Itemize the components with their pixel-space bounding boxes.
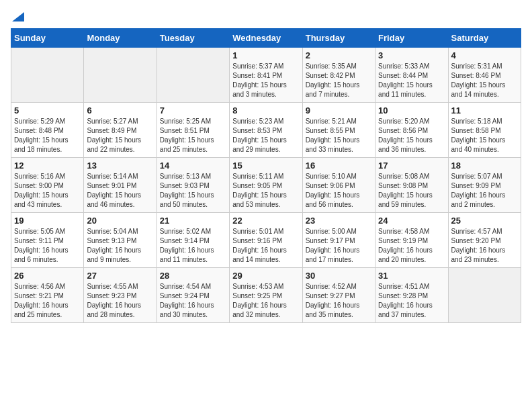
day-info: Sunrise: 5:10 AM Sunset: 9:06 PM Dayligh… xyxy=(306,172,372,210)
day-cell: 7Sunrise: 5:25 AM Sunset: 8:51 PM Daylig… xyxy=(157,103,229,158)
day-info: Sunrise: 5:02 AM Sunset: 9:14 PM Dayligh… xyxy=(160,227,226,265)
day-cell: 16Sunrise: 5:10 AM Sunset: 9:06 PM Dayli… xyxy=(302,158,375,213)
day-number: 5 xyxy=(14,105,81,116)
header-row: SundayMondayTuesdayWednesdayThursdayFrid… xyxy=(11,29,521,48)
day-cell: 1Sunrise: 5:37 AM Sunset: 8:41 PM Daylig… xyxy=(230,48,302,103)
day-cell: 27Sunrise: 4:55 AM Sunset: 9:23 PM Dayli… xyxy=(84,268,157,323)
day-number: 19 xyxy=(14,216,81,226)
day-info: Sunrise: 5:13 AM Sunset: 9:03 PM Dayligh… xyxy=(160,172,226,210)
day-cell: 25Sunrise: 4:57 AM Sunset: 9:20 PM Dayli… xyxy=(448,213,521,268)
day-info: Sunrise: 5:05 AM Sunset: 9:11 PM Dayligh… xyxy=(14,227,81,265)
day-cell: 6Sunrise: 5:27 AM Sunset: 8:49 PM Daylig… xyxy=(84,103,157,158)
day-number: 31 xyxy=(378,271,445,281)
day-cell: 31Sunrise: 4:51 AM Sunset: 9:28 PM Dayli… xyxy=(375,268,448,323)
day-info: Sunrise: 5:14 AM Sunset: 9:01 PM Dayligh… xyxy=(87,172,153,210)
day-info: Sunrise: 5:08 AM Sunset: 9:08 PM Dayligh… xyxy=(378,172,445,210)
day-number: 28 xyxy=(160,271,226,281)
day-number: 23 xyxy=(306,216,372,226)
day-cell: 18Sunrise: 5:07 AM Sunset: 9:09 PM Dayli… xyxy=(448,158,521,213)
day-number: 3 xyxy=(378,50,445,60)
day-info: Sunrise: 5:16 AM Sunset: 9:00 PM Dayligh… xyxy=(14,172,81,210)
day-number: 8 xyxy=(232,105,299,116)
day-cell: 10Sunrise: 5:20 AM Sunset: 8:56 PM Dayli… xyxy=(375,103,448,158)
day-number: 29 xyxy=(232,271,299,281)
day-info: Sunrise: 5:37 AM Sunset: 8:41 PM Dayligh… xyxy=(232,62,299,99)
day-info: Sunrise: 4:52 AM Sunset: 9:27 PM Dayligh… xyxy=(306,282,372,320)
day-info: Sunrise: 5:18 AM Sunset: 8:58 PM Dayligh… xyxy=(451,117,518,154)
day-info: Sunrise: 5:00 AM Sunset: 9:17 PM Dayligh… xyxy=(306,227,372,265)
day-number: 7 xyxy=(160,105,226,116)
day-number: 25 xyxy=(451,216,518,226)
day-number: 14 xyxy=(160,161,226,171)
day-number: 18 xyxy=(451,161,518,171)
day-info: Sunrise: 4:51 AM Sunset: 9:28 PM Dayligh… xyxy=(378,282,445,320)
day-number: 17 xyxy=(378,161,445,171)
day-info: Sunrise: 4:57 AM Sunset: 9:20 PM Dayligh… xyxy=(451,227,518,265)
day-cell: 3Sunrise: 5:33 AM Sunset: 8:44 PM Daylig… xyxy=(375,48,448,103)
day-cell: 12Sunrise: 5:16 AM Sunset: 9:00 PM Dayli… xyxy=(11,158,84,213)
day-cell: 14Sunrise: 5:13 AM Sunset: 9:03 PM Dayli… xyxy=(157,158,229,213)
day-cell xyxy=(11,48,84,103)
day-number: 13 xyxy=(87,161,153,171)
header-cell-friday: Friday xyxy=(375,29,448,48)
day-number: 1 xyxy=(232,50,299,60)
day-info: Sunrise: 5:11 AM Sunset: 9:05 PM Dayligh… xyxy=(232,172,299,210)
header-cell-monday: Monday xyxy=(84,29,157,48)
day-number: 2 xyxy=(306,50,372,60)
day-cell: 28Sunrise: 4:54 AM Sunset: 9:24 PM Dayli… xyxy=(157,268,229,323)
day-cell: 30Sunrise: 4:52 AM Sunset: 9:27 PM Dayli… xyxy=(302,268,375,323)
day-cell: 9Sunrise: 5:21 AM Sunset: 8:55 PM Daylig… xyxy=(302,103,375,158)
day-cell: 21Sunrise: 5:02 AM Sunset: 9:14 PM Dayli… xyxy=(157,213,229,268)
day-number: 30 xyxy=(306,271,372,281)
day-cell: 5Sunrise: 5:29 AM Sunset: 8:48 PM Daylig… xyxy=(11,103,84,158)
day-cell: 24Sunrise: 4:58 AM Sunset: 9:19 PM Dayli… xyxy=(375,213,448,268)
day-info: Sunrise: 5:25 AM Sunset: 8:51 PM Dayligh… xyxy=(160,117,226,154)
day-number: 21 xyxy=(160,216,226,226)
day-number: 16 xyxy=(306,161,372,171)
day-cell: 19Sunrise: 5:05 AM Sunset: 9:11 PM Dayli… xyxy=(11,213,84,268)
day-cell: 22Sunrise: 5:01 AM Sunset: 9:16 PM Dayli… xyxy=(230,213,302,268)
day-number: 27 xyxy=(87,271,153,281)
day-info: Sunrise: 5:31 AM Sunset: 8:46 PM Dayligh… xyxy=(451,62,518,99)
day-number: 11 xyxy=(451,105,518,116)
day-info: Sunrise: 5:21 AM Sunset: 8:55 PM Dayligh… xyxy=(306,117,372,154)
header-cell-saturday: Saturday xyxy=(448,29,521,48)
logo-icon xyxy=(11,11,26,23)
header-cell-wednesday: Wednesday xyxy=(230,29,302,48)
day-number: 6 xyxy=(87,105,153,116)
day-number: 9 xyxy=(306,105,372,116)
day-cell: 13Sunrise: 5:14 AM Sunset: 9:01 PM Dayli… xyxy=(84,158,157,213)
day-cell: 15Sunrise: 5:11 AM Sunset: 9:05 PM Dayli… xyxy=(230,158,302,213)
header-cell-sunday: Sunday xyxy=(11,29,84,48)
header-cell-tuesday: Tuesday xyxy=(157,29,229,48)
day-cell: 23Sunrise: 5:00 AM Sunset: 9:17 PM Dayli… xyxy=(302,213,375,268)
day-number: 20 xyxy=(87,216,153,226)
calendar-table: SundayMondayTuesdayWednesdayThursdayFrid… xyxy=(11,28,521,323)
day-cell: 17Sunrise: 5:08 AM Sunset: 9:08 PM Dayli… xyxy=(375,158,448,213)
day-number: 15 xyxy=(232,161,299,171)
header xyxy=(11,11,521,23)
day-cell xyxy=(448,268,521,323)
day-info: Sunrise: 4:55 AM Sunset: 9:23 PM Dayligh… xyxy=(87,282,153,320)
day-number: 26 xyxy=(14,271,81,281)
day-info: Sunrise: 5:33 AM Sunset: 8:44 PM Dayligh… xyxy=(378,62,445,99)
day-info: Sunrise: 4:56 AM Sunset: 9:21 PM Dayligh… xyxy=(14,282,81,320)
day-number: 4 xyxy=(451,50,518,60)
week-row-2: 5Sunrise: 5:29 AM Sunset: 8:48 PM Daylig… xyxy=(11,103,521,158)
day-info: Sunrise: 4:54 AM Sunset: 9:24 PM Dayligh… xyxy=(160,282,226,320)
svg-marker-0 xyxy=(12,12,24,21)
logo xyxy=(11,11,26,23)
day-number: 24 xyxy=(378,216,445,226)
day-info: Sunrise: 4:58 AM Sunset: 9:19 PM Dayligh… xyxy=(378,227,445,265)
day-cell: 8Sunrise: 5:23 AM Sunset: 8:53 PM Daylig… xyxy=(230,103,302,158)
day-info: Sunrise: 5:07 AM Sunset: 9:09 PM Dayligh… xyxy=(451,172,518,210)
day-number: 12 xyxy=(14,161,81,171)
day-number: 22 xyxy=(232,216,299,226)
week-row-1: 1Sunrise: 5:37 AM Sunset: 8:41 PM Daylig… xyxy=(11,48,521,103)
day-info: Sunrise: 5:01 AM Sunset: 9:16 PM Dayligh… xyxy=(232,227,299,265)
day-info: Sunrise: 5:35 AM Sunset: 8:42 PM Dayligh… xyxy=(306,62,372,99)
day-cell xyxy=(84,48,157,103)
week-row-4: 19Sunrise: 5:05 AM Sunset: 9:11 PM Dayli… xyxy=(11,213,521,268)
day-number: 10 xyxy=(378,105,445,116)
day-info: Sunrise: 4:53 AM Sunset: 9:25 PM Dayligh… xyxy=(232,282,299,320)
